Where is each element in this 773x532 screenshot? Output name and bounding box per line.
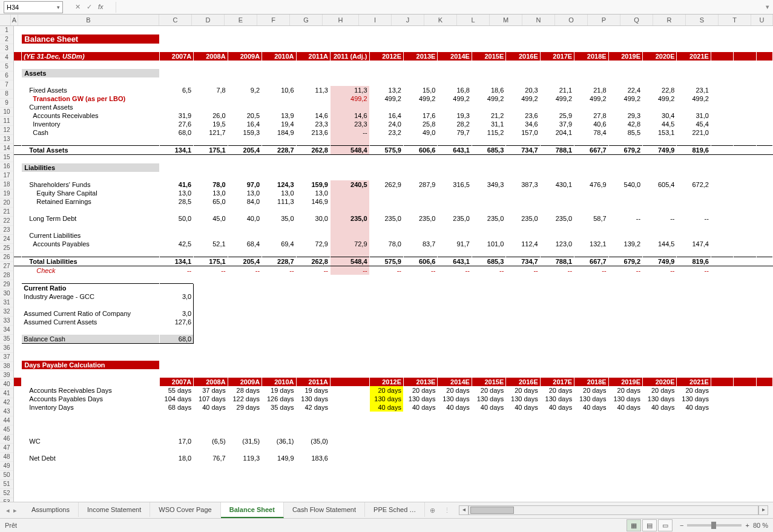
scroll-left-icon[interactable]: ◂ bbox=[459, 505, 469, 515]
col-header-S[interactable]: S bbox=[686, 15, 719, 25]
scroll-thumb[interactable] bbox=[470, 507, 514, 514]
zoom-control[interactable]: − + 80 % bbox=[680, 522, 768, 529]
sheet-tab[interactable]: Income Statement bbox=[79, 502, 150, 517]
col-header-L[interactable]: L bbox=[457, 15, 490, 25]
zoom-in-icon[interactable]: + bbox=[745, 522, 749, 529]
col-header-I[interactable]: I bbox=[359, 15, 392, 25]
horizontal-scrollbar[interactable]: ◂ ▸ bbox=[454, 505, 773, 515]
row-header[interactable]: 48 bbox=[0, 453, 13, 462]
row-header[interactable]: 39 bbox=[0, 371, 13, 380]
row-header[interactable]: 24 bbox=[0, 235, 13, 244]
row-header[interactable]: 19 bbox=[0, 189, 13, 199]
row-header[interactable]: 14 bbox=[0, 144, 13, 153]
row-header[interactable]: 1 bbox=[0, 26, 13, 35]
row-header[interactable]: 12 bbox=[0, 126, 13, 135]
col-header-K[interactable]: K bbox=[424, 15, 457, 25]
row-header[interactable]: 17 bbox=[0, 171, 13, 180]
row-header[interactable]: 43 bbox=[0, 407, 13, 416]
row-header[interactable]: 21 bbox=[0, 208, 13, 217]
row-header[interactable]: 9 bbox=[0, 99, 13, 108]
row-header[interactable]: 40 bbox=[0, 380, 13, 389]
row-header[interactable]: 28 bbox=[0, 271, 13, 280]
row-header[interactable]: 44 bbox=[0, 416, 13, 425]
row-header[interactable]: 25 bbox=[0, 244, 13, 253]
scroll-right-icon[interactable]: ▸ bbox=[758, 505, 768, 515]
row-header[interactable]: 15 bbox=[0, 153, 13, 162]
col-header-J[interactable]: J bbox=[392, 15, 424, 25]
view-page-break-icon[interactable]: ▭ bbox=[658, 519, 673, 531]
row-header[interactable]: 37 bbox=[0, 353, 13, 362]
zoom-out-icon[interactable]: − bbox=[680, 522, 683, 529]
row-header[interactable]: 46 bbox=[0, 435, 13, 444]
cells[interactable]: Balance Sheet(YE 31-Dec, USDm)2007A2008A… bbox=[14, 26, 773, 502]
row-header[interactable]: 41 bbox=[0, 389, 13, 398]
row-header[interactable]: 34 bbox=[0, 326, 13, 335]
formula-input[interactable] bbox=[116, 2, 762, 13]
row-header[interactable]: 36 bbox=[0, 344, 13, 353]
row-header[interactable]: 30 bbox=[0, 289, 13, 298]
row-header[interactable]: 10 bbox=[0, 108, 13, 117]
row-header[interactable]: 13 bbox=[0, 135, 13, 144]
sheet-tab[interactable]: Assumptions bbox=[23, 502, 79, 517]
zoom-track[interactable] bbox=[687, 524, 742, 527]
col-header-D[interactable]: D bbox=[192, 15, 225, 25]
sheet-tab[interactable]: Cash Flow Statement bbox=[284, 502, 365, 517]
formula-expand-icon[interactable]: ▾ bbox=[762, 3, 773, 11]
name-box-dropdown-icon[interactable]: ▾ bbox=[57, 4, 60, 10]
cancel-icon[interactable]: ✕ bbox=[75, 3, 81, 11]
row-header[interactable]: 42 bbox=[0, 398, 13, 407]
view-page-layout-icon[interactable]: ▤ bbox=[642, 519, 657, 531]
row-header[interactable]: 5 bbox=[0, 62, 13, 71]
row-header[interactable]: 32 bbox=[0, 307, 13, 317]
row-header[interactable]: 7 bbox=[0, 80, 13, 90]
fx-icon[interactable]: fx bbox=[98, 3, 107, 11]
row-header[interactable]: 31 bbox=[0, 298, 13, 307]
row-header[interactable]: 49 bbox=[0, 462, 13, 471]
col-header-F[interactable]: F bbox=[257, 15, 290, 25]
row-header[interactable]: 27 bbox=[0, 262, 13, 271]
sheet-tab[interactable]: WSO Cover Page bbox=[150, 502, 220, 517]
col-header-P[interactable]: P bbox=[588, 15, 620, 25]
row-header[interactable]: 47 bbox=[0, 444, 13, 453]
add-sheet-button[interactable]: ⊕ bbox=[425, 507, 440, 514]
row-header[interactable]: 50 bbox=[0, 471, 13, 480]
row-header[interactable]: 6 bbox=[0, 71, 13, 80]
col-header-Q[interactable]: Q bbox=[620, 15, 653, 25]
row-header[interactable]: 16 bbox=[0, 162, 13, 171]
col-header-G[interactable]: G bbox=[290, 15, 323, 25]
row-header[interactable]: 11 bbox=[0, 117, 13, 126]
col-header-O[interactable]: O bbox=[555, 15, 588, 25]
view-normal-icon[interactable]: ▦ bbox=[627, 519, 641, 531]
row-header[interactable]: 23 bbox=[0, 226, 13, 235]
row-header[interactable]: 2 bbox=[0, 35, 13, 44]
col-header-E[interactable]: E bbox=[225, 15, 257, 25]
col-header-B[interactable]: B bbox=[18, 15, 159, 25]
accept-icon[interactable]: ✓ bbox=[87, 3, 92, 11]
row-header[interactable]: 38 bbox=[0, 362, 13, 371]
col-header-N[interactable]: N bbox=[522, 15, 555, 25]
row-header[interactable]: 18 bbox=[0, 180, 13, 189]
name-box[interactable]: H34 ▾ bbox=[4, 1, 63, 13]
row-header[interactable]: 29 bbox=[0, 280, 13, 289]
row-header[interactable]: 52 bbox=[0, 489, 13, 498]
col-header-U[interactable]: U bbox=[751, 15, 773, 25]
row-header[interactable]: 20 bbox=[0, 199, 13, 208]
row-header[interactable]: 22 bbox=[0, 217, 13, 226]
row-header[interactable]: 3 bbox=[0, 44, 13, 53]
col-header-H[interactable]: H bbox=[323, 15, 359, 25]
row-header[interactable]: 51 bbox=[0, 480, 13, 489]
scroll-track[interactable] bbox=[469, 505, 758, 515]
select-all-corner[interactable] bbox=[0, 15, 11, 25]
col-header-C[interactable]: C bbox=[159, 15, 192, 25]
row-header[interactable]: 35 bbox=[0, 335, 13, 344]
col-header-M[interactable]: M bbox=[490, 15, 522, 25]
row-header[interactable]: 8 bbox=[0, 90, 13, 99]
row-header[interactable]: 26 bbox=[0, 253, 13, 262]
sheet-tab[interactable]: Balance Sheet bbox=[221, 502, 284, 518]
tab-first-icon[interactable]: ◂ bbox=[6, 507, 10, 514]
col-header-A[interactable]: A bbox=[11, 15, 18, 25]
row-header[interactable]: 4 bbox=[0, 53, 13, 62]
col-header-T[interactable]: T bbox=[719, 15, 751, 25]
zoom-handle[interactable] bbox=[711, 522, 716, 529]
sheet-tab[interactable]: PPE Sched … bbox=[365, 502, 425, 517]
